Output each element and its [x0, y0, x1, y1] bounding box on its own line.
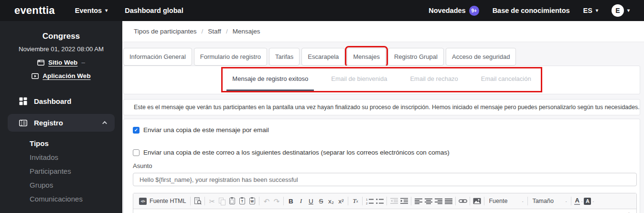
aplicacion-web-link[interactable]: Aplicación Web: [0, 72, 122, 79]
nav-eventos-label: Eventos: [75, 7, 102, 14]
subject-input[interactable]: Hello ${first_name}, your registration h…: [133, 173, 637, 186]
participant-type-tabs: Información General Formulario de regist…: [123, 48, 516, 66]
numbered-list-icon: 12: [366, 198, 374, 205]
decrease-indent-icon: [390, 198, 398, 204]
paste-icon: [229, 198, 235, 204]
cut-icon: ✂: [209, 198, 215, 205]
subtab-email-de-bienvenida[interactable]: Email de bienvenida: [325, 68, 393, 91]
message-form: ✓ Enviar una copia de este mensaje por e…: [123, 119, 640, 213]
tab-acceso-de-seguridad[interactable]: Acceso de seguridad: [446, 48, 516, 66]
toolbar-divider: [571, 197, 571, 205]
remove-format-button[interactable]: Tx: [350, 195, 360, 207]
preview-button[interactable]: [193, 195, 203, 207]
italic-button[interactable]: I: [296, 195, 306, 207]
subtab-email-de-rechazo[interactable]: Email de rechazo: [404, 68, 463, 91]
underline-button[interactable]: U: [306, 195, 316, 207]
sidebar-subitem-grupos[interactable]: Grupos: [0, 178, 122, 192]
undo-button[interactable]: ↶: [261, 195, 271, 207]
sidebar-subitem-tipos[interactable]: Tipos: [0, 136, 122, 150]
chevron-down-icon: ▾: [627, 8, 630, 13]
bold-button[interactable]: B: [286, 195, 296, 207]
redo-button[interactable]: ↷: [271, 195, 281, 207]
superscript-button[interactable]: x²: [336, 195, 346, 207]
eventtia-logo[interactable]: eventtia: [14, 4, 55, 17]
recipients-label: Enviar una copia de este correo a los si…: [143, 149, 450, 156]
nav-dashboard-global[interactable]: Dashboard global: [125, 7, 183, 14]
background-color-button[interactable]: A -: [583, 195, 594, 207]
source-button-label: Fuente HTML: [150, 198, 186, 204]
sidebar-subitem-invitados[interactable]: Invitados: [0, 150, 122, 164]
toolbar-divider: [362, 197, 363, 205]
toolbar-divider: [283, 197, 284, 205]
paste-word-button[interactable]: W: [247, 195, 257, 207]
align-left-button[interactable]: [413, 195, 423, 207]
sidebar-item-dashboard[interactable]: Dashboard: [0, 92, 122, 110]
breadcrumb-tipos-de-participantes[interactable]: Tipos de participantes: [134, 28, 197, 35]
language-label: ES: [583, 7, 592, 14]
chevron-down-icon: -: [592, 199, 594, 203]
sidebar-subitem-comunicaciones[interactable]: Comunicaciones: [0, 192, 122, 206]
tab-escarapela[interactable]: Escarapela: [301, 48, 345, 66]
breadcrumb-staff[interactable]: Staff: [208, 28, 221, 35]
copy-email-checkbox[interactable]: ✓: [133, 127, 140, 134]
tab-registro-grupal[interactable]: Registro Grupal: [388, 48, 444, 66]
nav-novedades[interactable]: Novedades 9+: [429, 6, 479, 16]
toolbar-divider: [190, 197, 191, 205]
source-button[interactable]: </> Fuente HTML: [137, 198, 188, 205]
tab-mensajes[interactable]: Mensajes: [347, 48, 386, 66]
top-navbar: eventtia Eventos ▾ Dashboard global Nove…: [0, 0, 644, 21]
toolbar-divider: [204, 197, 205, 205]
align-right-button[interactable]: [433, 195, 443, 207]
mensajes-subtab-panel: Mensaje de registro exitoso Email de bie…: [123, 66, 640, 94]
paste-text-button[interactable]: T: [237, 195, 247, 207]
align-center-button[interactable]: [423, 195, 433, 207]
align-left-icon: [415, 198, 422, 204]
tab-informacion-general[interactable]: Información General: [123, 48, 192, 66]
sitio-web-link[interactable]: Sitio Web –: [0, 59, 122, 66]
outdent-button[interactable]: [389, 195, 399, 207]
web-app-play-icon: [32, 73, 39, 79]
tab-formulario-de-registro[interactable]: Formulario de registro: [194, 48, 267, 66]
editor-content-area[interactable]: ▲: [133, 209, 636, 213]
cut-button[interactable]: ✂: [207, 195, 217, 207]
text-color-button[interactable]: A -: [573, 195, 583, 207]
dashboard-grid-icon: [19, 97, 27, 105]
recipients-checkbox[interactable]: [133, 149, 140, 156]
subtab-mensaje-de-registro-exitoso[interactable]: Mensaje de registro exitoso: [226, 68, 314, 91]
nav-eventos[interactable]: Eventos ▾: [75, 7, 107, 14]
paste-as-text-icon: T: [239, 198, 245, 204]
subscript-button[interactable]: x₂: [326, 195, 336, 207]
toolbar-divider: [470, 197, 470, 205]
recipients-checkbox-row: Enviar una copia de este correo a los si…: [133, 149, 636, 156]
breadcrumb-separator: /: [226, 28, 228, 35]
sidebar-menu: Dashboard Registro Tipos Invitados Parti…: [0, 92, 122, 206]
numbered-list-button[interactable]: 12: [365, 195, 375, 207]
link-button[interactable]: [458, 195, 468, 207]
size-dropdown[interactable]: Tamaño -: [530, 198, 569, 204]
copy-email-checkbox-row: ✓ Enviar una copia de este mensaje por e…: [133, 126, 636, 134]
image-button[interactable]: [472, 195, 482, 207]
language-selector[interactable]: ES ▾: [583, 7, 598, 14]
justify-button[interactable]: [443, 195, 453, 207]
app-screen: eventtia Eventos ▾ Dashboard global Nove…: [0, 0, 644, 213]
copy-button[interactable]: [217, 195, 227, 207]
toolbar-divider: [386, 197, 387, 205]
sidebar-item-registro[interactable]: Registro: [8, 114, 115, 132]
redo-icon: ↷: [274, 198, 280, 205]
font-dropdown[interactable]: Fuente -: [486, 198, 526, 204]
paste-button[interactable]: [227, 195, 237, 207]
bullet-list-button[interactable]: [375, 195, 385, 207]
toolbar-collapse-button[interactable]: ▲: [627, 211, 631, 213]
tab-tarifas[interactable]: Tarifas: [269, 48, 300, 66]
sidebar-item-label: Dashboard: [34, 97, 114, 105]
user-menu[interactable]: E ▾: [612, 4, 630, 17]
info-message: Este es el mensaje que verán tus partici…: [123, 99, 640, 115]
subtab-email-cancelacion[interactable]: Email cancelación: [475, 68, 537, 91]
nav-base-conocimientos[interactable]: Base de conocimientos: [493, 7, 570, 14]
toolbar-divider: [527, 197, 528, 205]
main-content: Tipos de participantes / Staff / Mensaje…: [122, 21, 644, 213]
sidebar-subitem-participantes[interactable]: Participantes: [0, 164, 122, 178]
strikethrough-button[interactable]: S: [316, 195, 326, 207]
subject-input-value: Hello ${first_name}, your registration h…: [140, 176, 298, 183]
indent-button[interactable]: [399, 195, 409, 207]
